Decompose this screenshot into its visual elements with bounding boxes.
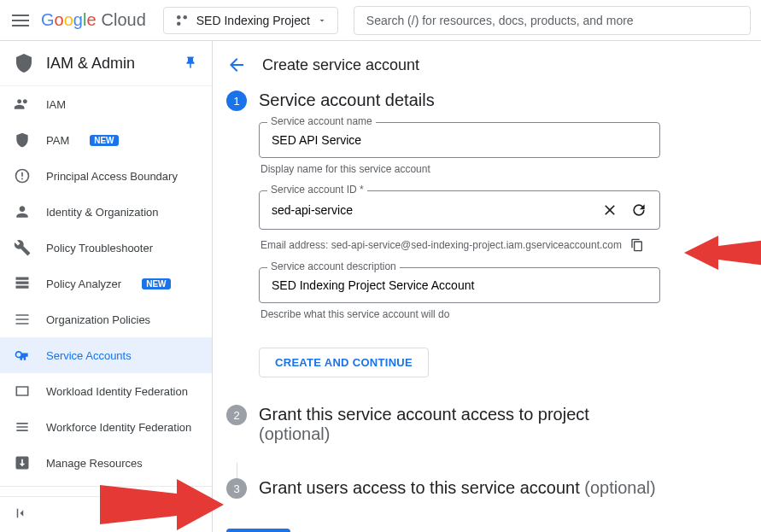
nav-label: Identity & Organization	[46, 206, 159, 219]
step-3-number: 3	[226, 478, 247, 499]
svg-point-2	[177, 21, 181, 26]
sidebar-item-principal-access-boundary[interactable]: Principal Access Boundary	[0, 158, 212, 194]
list-icon	[14, 311, 31, 328]
google-cloud-logo[interactable]: Google Cloud	[41, 10, 146, 30]
menu-button[interactable]	[10, 10, 31, 31]
sidebar-item-pam[interactable]: PAMNEW	[0, 122, 212, 158]
nav-label: Manage Resources	[46, 457, 143, 470]
project-name: SED Indexing Project	[196, 14, 310, 27]
people-icon	[14, 96, 31, 113]
step-1-title: Service account details	[259, 91, 744, 110]
resources-icon	[14, 454, 31, 471]
service-account-desc-input[interactable]	[272, 278, 647, 292]
step-3-title: Grant users access to this service accou…	[259, 478, 744, 498]
done-button[interactable]: DONE	[226, 529, 290, 532]
pin-icon[interactable]	[183, 56, 198, 71]
svg-point-0	[177, 15, 181, 20]
boundary-icon	[14, 167, 31, 184]
name-field-label: Service account name	[267, 115, 376, 127]
new-badge: NEW	[90, 135, 118, 146]
name-field-hint: Display name for this service account	[260, 163, 744, 175]
clear-icon[interactable]	[601, 202, 618, 219]
project-icon	[174, 13, 190, 28]
collapse-icon	[14, 506, 29, 521]
service-account-id-input[interactable]	[272, 203, 594, 217]
dropdown-icon	[317, 15, 327, 26]
key-icon	[14, 347, 31, 364]
nav-label: Workload Identity Federation	[46, 385, 188, 398]
sidebar-item-policy-troubleshooter[interactable]: Policy Troubleshooter	[0, 230, 212, 266]
create-and-continue-button[interactable]: CREATE AND CONTINUE	[259, 348, 429, 377]
annotation-arrow-done	[96, 475, 224, 532]
step-1-number: 1	[226, 91, 247, 111]
wrench-icon	[14, 239, 31, 256]
federation-icon	[14, 383, 31, 400]
sidebar-item-organization-policies[interactable]: Organization Policies	[0, 301, 212, 337]
step-2-title: Grant this service account access to pro…	[259, 405, 744, 444]
sidebar-item-iam[interactable]: IAM	[0, 86, 212, 122]
logo-suffix: Cloud	[102, 10, 146, 30]
search-placeholder: Search (/) for resources, docs, products…	[366, 14, 634, 27]
copy-icon[interactable]	[630, 238, 644, 252]
sidebar-item-service-accounts[interactable]: Service Accounts	[0, 337, 212, 373]
step-2-number: 2	[226, 405, 247, 425]
sidebar-item-identity-organization[interactable]: Identity & Organization	[0, 194, 212, 230]
desc-field-hint: Describe what this service account will …	[260, 308, 744, 320]
nav-label: IAM	[46, 98, 66, 111]
person-icon	[14, 203, 31, 220]
nav-label: Organization Policies	[46, 313, 150, 326]
svg-point-1	[183, 15, 187, 20]
shield-icon	[14, 132, 31, 149]
search-input[interactable]: Search (/) for resources, docs, products…	[354, 6, 751, 35]
nav-label: PAM	[46, 134, 69, 147]
back-arrow-icon[interactable]	[226, 55, 247, 75]
nav-label: Principal Access Boundary	[46, 170, 178, 183]
nav-label: Workforce Identity Federation	[46, 421, 191, 434]
sidebar-item-workload-identity-federation[interactable]: Workload Identity Federation	[0, 373, 212, 409]
sidebar-title: IAM & Admin	[46, 55, 171, 73]
iam-admin-icon	[14, 53, 34, 73]
email-value: sed-api-service@sed-indexing-project.iam…	[331, 239, 622, 251]
annotation-arrow-copy	[684, 227, 761, 278]
nav-label: Policy Analyzer	[46, 278, 121, 290]
service-account-name-input[interactable]	[272, 133, 647, 147]
id-field-label: Service account ID *	[267, 184, 367, 196]
analyze-icon	[14, 275, 31, 292]
sidebar-item-workforce-identity-federation[interactable]: Workforce Identity Federation	[0, 409, 212, 445]
refresh-icon[interactable]	[630, 202, 647, 219]
page-title: Create service account	[262, 56, 419, 74]
project-picker[interactable]: SED Indexing Project	[163, 7, 338, 34]
workforce-icon	[14, 418, 31, 436]
sidebar-item-policy-analyzer[interactable]: Policy AnalyzerNEW	[0, 266, 212, 301]
desc-field-label: Service account description	[267, 260, 400, 272]
cancel-button[interactable]: CANCEL	[301, 529, 373, 532]
email-prefix: Email address:	[260, 239, 331, 251]
nav-label: Service Accounts	[46, 349, 132, 362]
new-badge: NEW	[142, 278, 170, 289]
nav-label: Policy Troubleshooter	[46, 242, 153, 254]
